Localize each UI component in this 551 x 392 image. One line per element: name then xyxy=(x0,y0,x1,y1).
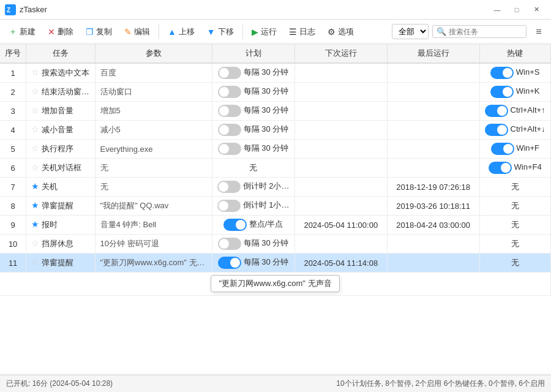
minimize-button[interactable]: — xyxy=(487,0,507,20)
star-icon[interactable]: ★ xyxy=(31,219,39,229)
table-row[interactable]: 11☆ 弹窗提醒"更新刀网www.x6g.com" 无… 每隔 30 分钟202… xyxy=(0,254,551,273)
schedule-toggle[interactable] xyxy=(217,181,241,193)
cell-hotkey: 无 xyxy=(479,254,550,273)
log-icon: ☰ xyxy=(289,27,297,37)
cell-task: ☆ 关机对话框 xyxy=(26,159,95,178)
cell-hotkey: 无 xyxy=(479,216,550,235)
copy-icon: ❐ xyxy=(86,27,94,37)
col-header-task: 任务 xyxy=(26,44,95,63)
cell-params: "更新刀网www.x6g.com" 无… xyxy=(95,254,212,273)
task-table: 序号 任务 参数 计划 下次运行 最后运行 热键 1☆ 搜索选中文本百度 每隔 … xyxy=(0,44,551,296)
cell-last-run xyxy=(387,83,479,102)
schedule-toggle[interactable] xyxy=(218,105,241,117)
cell-next-run xyxy=(294,121,387,140)
star-icon[interactable]: ★ xyxy=(31,181,39,191)
cell-num: 10 xyxy=(0,235,26,254)
schedule-toggle[interactable] xyxy=(217,200,241,212)
down-button[interactable]: ▼ 下移 xyxy=(202,24,239,40)
cell-schedule: 整点/半点 xyxy=(212,216,294,235)
col-header-hotkey: 热键 xyxy=(479,44,550,63)
cell-last-run: 2019-03-26 10:18:11 xyxy=(387,197,479,216)
hotkey-toggle[interactable] xyxy=(490,86,514,98)
delete-button[interactable]: ✕ 删除 xyxy=(43,24,78,40)
filter-select[interactable]: 全部 xyxy=(392,24,429,39)
separator-1 xyxy=(159,24,159,39)
table-row[interactable]: 4☆ 减小音量减小5 每隔 30 分钟 Ctrl+Alt+↓ xyxy=(0,121,551,140)
new-button[interactable]: ＋ 新建 xyxy=(4,24,40,40)
hotkey-text: 无 xyxy=(511,239,519,248)
schedule-text: 整点/半点 xyxy=(249,219,283,228)
cell-next-run xyxy=(294,178,387,197)
table-row[interactable]: 8★ 弹窗提醒"我的提醒" QQ.wav 倒计时 1小…2019-03-26 1… xyxy=(0,197,551,216)
table-row[interactable]: 9★ 报时音量4 钟声: Bell 整点/半点2024-05-04 11:00:… xyxy=(0,216,551,235)
cell-last-run xyxy=(387,159,479,178)
close-button[interactable]: ✕ xyxy=(527,0,546,20)
star-icon[interactable]: ☆ xyxy=(31,86,39,96)
schedule-toggle[interactable] xyxy=(218,86,241,98)
star-icon[interactable]: ☆ xyxy=(31,124,39,134)
hotkey-toggle[interactable] xyxy=(491,143,514,155)
copy-button[interactable]: ❐ 复制 xyxy=(81,24,117,40)
table-row[interactable]: 3☆ 增加音量增加5 每隔 30 分钟 Ctrl+Alt+↑ xyxy=(0,102,551,121)
cell-schedule: 每隔 30 分钟 xyxy=(212,254,294,273)
hotkey-toggle[interactable] xyxy=(489,162,512,174)
options-button[interactable]: ⚙ 选项 xyxy=(323,24,359,40)
col-header-last: 最后运行 xyxy=(387,44,479,63)
cell-params: 无 xyxy=(95,178,212,197)
schedule-text: 倒计时 1小… xyxy=(243,200,290,209)
schedule-text: 每隔 30 分钟 xyxy=(244,67,289,77)
hotkey-toggle[interactable] xyxy=(490,67,514,79)
table-row[interactable]: 2☆ 结束活动窗…活动窗口 每隔 30 分钟 Win+K xyxy=(0,83,551,102)
schedule-toggle[interactable] xyxy=(218,143,241,155)
star-icon[interactable]: ☆ xyxy=(31,105,39,115)
separator-2 xyxy=(242,24,243,39)
cell-last-run xyxy=(387,121,479,140)
up-button[interactable]: ▲ 上移 xyxy=(163,24,200,40)
star-icon[interactable]: ★ xyxy=(31,200,39,210)
cell-schedule: 每隔 30 分钟 xyxy=(212,235,294,254)
run-button[interactable]: ▶ 运行 xyxy=(247,24,282,40)
schedule-text: 无 xyxy=(249,163,257,172)
win-controls: — □ ✕ xyxy=(487,0,546,20)
cell-params: 活动窗口 xyxy=(95,83,212,102)
star-icon[interactable]: ☆ xyxy=(31,257,39,267)
hotkey-text: 无 xyxy=(511,220,519,229)
schedule-toggle[interactable] xyxy=(218,238,241,250)
cell-params: 百度 xyxy=(95,63,212,83)
table-row[interactable]: 10☆ 挡屏休息10分钟 密码可退 每隔 30 分钟无 xyxy=(0,235,551,254)
star-icon[interactable]: ☆ xyxy=(31,143,39,153)
cell-hotkey: 无 xyxy=(479,197,550,216)
maximize-button[interactable]: □ xyxy=(507,0,527,20)
hotkey-text: Win+F4 xyxy=(514,162,542,172)
col-header-schedule: 计划 xyxy=(212,44,294,63)
cell-num: 9 xyxy=(0,216,26,235)
cell-schedule: 每隔 30 分钟 xyxy=(212,83,294,102)
schedule-toggle[interactable] xyxy=(218,257,241,269)
hotkey-toggle[interactable] xyxy=(485,105,508,117)
table-row[interactable]: 5☆ 执行程序Everything.exe 每隔 30 分钟 Win+F xyxy=(0,140,551,159)
schedule-toggle[interactable] xyxy=(223,219,247,231)
log-button[interactable]: ☰ 日志 xyxy=(284,24,320,40)
edit-button[interactable]: ✎ 编辑 xyxy=(119,24,155,40)
schedule-toggle[interactable] xyxy=(218,124,241,136)
star-icon[interactable]: ☆ xyxy=(31,162,39,172)
table-row[interactable]: 7★ 关机无 倒计时 2小…2018-12-19 07:26:18无 xyxy=(0,178,551,197)
hotkey-toggle[interactable] xyxy=(485,124,508,136)
cell-hotkey: 无 xyxy=(479,235,550,254)
cell-num: 4 xyxy=(0,121,26,140)
cell-num: 6 xyxy=(0,159,26,178)
schedule-toggle[interactable] xyxy=(218,67,241,79)
cell-hotkey: Win+S xyxy=(479,63,550,83)
cell-params: 减小5 xyxy=(95,121,212,140)
table-row[interactable]: 1☆ 搜索选中文本百度 每隔 30 分钟 Win+S xyxy=(0,63,551,83)
cell-task: ★ 关机 xyxy=(26,178,95,197)
options-icon: ⚙ xyxy=(328,27,335,37)
cell-num: 8 xyxy=(0,197,26,216)
star-icon[interactable]: ☆ xyxy=(31,67,39,77)
search-input[interactable] xyxy=(449,28,522,36)
table-row[interactable]: 6☆ 关机对话框无无 Win+F4 xyxy=(0,159,551,178)
table-wrapper: 序号 任务 参数 计划 下次运行 最后运行 热键 1☆ 搜索选中文本百度 每隔 … xyxy=(0,44,551,374)
edit-icon: ✎ xyxy=(124,27,132,37)
star-icon[interactable]: ☆ xyxy=(31,238,39,248)
menu-icon-button[interactable]: ≡ xyxy=(530,23,547,40)
